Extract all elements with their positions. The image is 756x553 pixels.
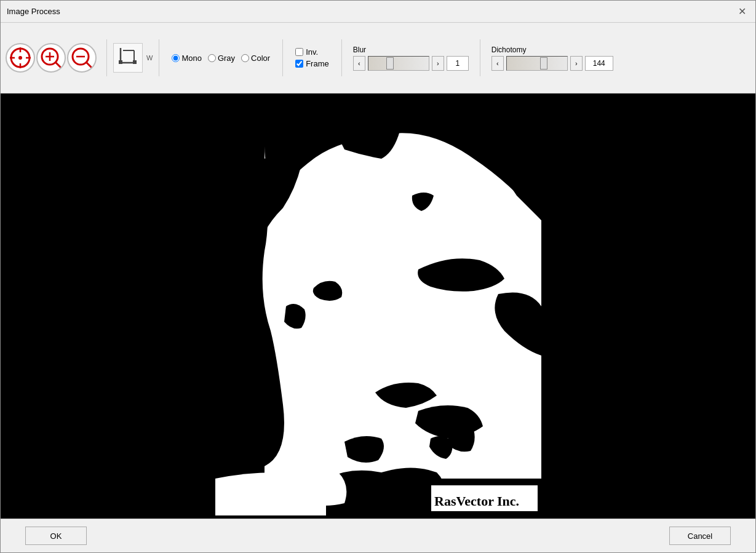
svg-rect-17 <box>119 60 122 64</box>
svg-line-11 <box>86 62 92 68</box>
image-container: RasVector Inc. <box>215 97 541 515</box>
toolbar-divider-2 <box>159 39 159 76</box>
option-checkboxes: Inv. Frame <box>295 47 329 68</box>
blur-thumb[interactable] <box>386 57 394 70</box>
radio-color[interactable]: Color <box>241 54 270 63</box>
zoom-fit-button[interactable] <box>6 43 35 73</box>
dichotomy-left-arrow[interactable]: ‹ <box>491 56 504 71</box>
canvas-area: RasVector Inc. <box>1 93 755 519</box>
dichotomy-label: Dichotomy <box>491 46 613 54</box>
toolbar-divider-1 <box>106 39 107 76</box>
blur-group: Blur ‹ › 1 <box>353 46 469 71</box>
title-bar: Image Process ✕ <box>1 1 755 23</box>
radio-mono-label: Mono <box>181 54 202 63</box>
blur-label: Blur <box>353 46 469 54</box>
zoom-in-button[interactable] <box>36 43 66 73</box>
dichotomy-thumb[interactable] <box>540 57 547 70</box>
blur-right-arrow[interactable]: › <box>432 56 444 71</box>
blur-value[interactable]: 1 <box>447 56 469 71</box>
zoom-buttons <box>6 43 97 73</box>
window-title: Image Process <box>7 7 60 16</box>
portrait-image: RasVector Inc. <box>215 97 541 515</box>
dichotomy-row: ‹ › 144 <box>491 56 613 71</box>
main-window: Image Process ✕ <box>0 0 756 553</box>
crop-button[interactable] <box>113 43 143 73</box>
footer: OK Cancel <box>1 519 755 552</box>
toolbar-divider-4 <box>341 39 342 76</box>
dichotomy-right-arrow[interactable]: › <box>570 56 583 71</box>
crop-label: W <box>146 54 153 62</box>
close-button[interactable]: ✕ <box>734 4 749 19</box>
zoom-out-button[interactable] <box>67 43 97 73</box>
blur-track[interactable] <box>368 56 429 71</box>
color-mode-group: Mono Gray Color <box>172 54 270 63</box>
svg-point-5 <box>18 56 22 60</box>
toolbar-divider-5 <box>480 39 480 76</box>
radio-mono[interactable]: Mono <box>172 54 202 63</box>
svg-line-7 <box>55 62 62 68</box>
ok-button[interactable]: OK <box>25 527 87 545</box>
blur-left-arrow[interactable]: ‹ <box>353 56 365 71</box>
cancel-button[interactable]: Cancel <box>669 527 731 545</box>
inv-checkbox[interactable] <box>295 48 303 56</box>
title-bar-left: Image Process <box>7 7 60 16</box>
blur-row: ‹ › 1 <box>353 56 469 71</box>
svg-text:RasVector Inc.: RasVector Inc. <box>434 493 519 509</box>
dichotomy-group: Dichotomy ‹ › 144 <box>491 46 613 71</box>
radio-gray-label: Gray <box>218 54 235 63</box>
inv-checkbox-label[interactable]: Inv. <box>295 47 329 57</box>
inv-label: Inv. <box>306 47 318 57</box>
frame-checkbox-label[interactable]: Frame <box>295 59 329 68</box>
dichotomy-track[interactable] <box>506 56 568 71</box>
frame-label: Frame <box>306 59 329 68</box>
toolbar-divider-3 <box>282 39 283 76</box>
toolbar: W Mono Gray Color Inv. <box>1 23 755 93</box>
dichotomy-value[interactable]: 144 <box>585 56 613 71</box>
frame-checkbox[interactable] <box>295 60 303 68</box>
radio-gray[interactable]: Gray <box>208 54 235 63</box>
svg-rect-18 <box>133 60 137 64</box>
radio-color-label: Color <box>251 54 270 63</box>
